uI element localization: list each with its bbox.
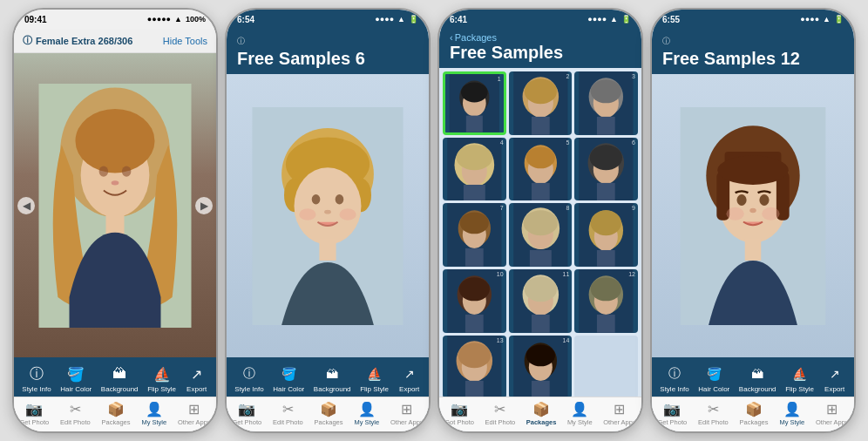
svg-point-44: [526, 146, 554, 168]
export-label-4: Export: [824, 385, 844, 393]
phone3-tab-getphoto[interactable]: 📷 Got Photo: [444, 401, 474, 426]
phone1-tab-mystyle[interactable]: 👤 My Style: [141, 401, 166, 426]
hair-cell-10[interactable]: 10: [443, 269, 506, 333]
phone1-style-info[interactable]: ⓘ Style Info: [22, 364, 51, 393]
status-bar-1: 09:41 ●●●●● ▲ 100%: [14, 10, 216, 29]
phone2-tab-getphoto[interactable]: 📷 Get Photo: [232, 401, 261, 426]
edit-icon-3: ✂: [494, 401, 505, 417]
phone3-tab-editphoto[interactable]: ✂ Edit Photo: [485, 401, 516, 426]
phone2-title: Free Samples 6: [237, 49, 418, 69]
phone2-tab-mystyle[interactable]: 👤 My Style: [354, 401, 379, 426]
phone1-tab-otherapps[interactable]: ⊞ Other Apps: [178, 401, 211, 426]
hair-cell-2[interactable]: 2: [509, 71, 573, 135]
phone3-title: Free Samples: [450, 43, 631, 63]
svg-rect-35: [597, 117, 615, 135]
phone1-header-left: ⓘ Female Extra 268/306: [23, 34, 132, 47]
phone1-background[interactable]: 🏔 Background: [101, 364, 139, 393]
phone2-tab-packages[interactable]: 📦 Packages: [315, 401, 343, 426]
svg-rect-18: [319, 239, 336, 260]
mystyle-icon-1: 👤: [146, 401, 163, 417]
phone4-style-info[interactable]: ⓘ Style Info: [660, 364, 688, 393]
svg-point-64: [591, 211, 621, 236]
phone4-background[interactable]: 🏔 Background: [739, 364, 776, 393]
phone2-tab-otherapps[interactable]: ⊞ Other Apps: [390, 401, 424, 426]
otherapps-icon-2: ⊞: [401, 401, 412, 417]
style-info-label-4: Style Info: [660, 385, 688, 393]
phone4-tab-editphoto[interactable]: ✂ Edit Photo: [698, 401, 729, 426]
phone3-tab-packages[interactable]: 📦 Packages: [526, 401, 557, 426]
phone2-style-info[interactable]: ⓘ Style Info: [234, 364, 263, 393]
phone4-tab-mystyle[interactable]: 👤 My Style: [779, 401, 804, 426]
phone1-tab-editphoto[interactable]: ✂ Edit Photo: [60, 401, 91, 426]
hair-cell-13[interactable]: 13: [443, 336, 506, 397]
phone4-hair-color[interactable]: 🪣 Hair Color: [698, 364, 729, 393]
phone2-export[interactable]: ↗ Export: [398, 364, 421, 393]
svg-point-20: [339, 208, 356, 220]
status-icons-2: ●●●● ▲ 🔋: [375, 15, 418, 24]
camera-icon-3: 📷: [451, 401, 468, 417]
status-time-4: 6:55: [662, 15, 680, 24]
arrow-right-1[interactable]: ▶: [195, 197, 213, 214]
hide-tools-button[interactable]: Hide Tools: [163, 36, 207, 46]
phone1-tab-packages[interactable]: 📦 Packages: [102, 401, 131, 426]
phone1-hair-color[interactable]: 🪣 Hair Color: [60, 364, 92, 393]
wifi-icon-1: ▲: [174, 15, 182, 24]
arrow-left-1[interactable]: ◀: [17, 197, 35, 214]
screenshots-container: 09:41 ●●●●● ▲ 100% ⓘ Female Extra 268/30…: [0, 0, 868, 441]
status-bar-4: 6:55 ●●●● ▲ 🔋: [652, 10, 854, 29]
phone2-hair-color[interactable]: 🪣 Hair Color: [273, 364, 304, 393]
style-info-icon-1: ⓘ: [25, 364, 48, 383]
hair-cell-4[interactable]: 4: [443, 138, 506, 201]
hair-cell-5[interactable]: 5: [509, 138, 573, 201]
background-icon-2: 🏔: [321, 364, 343, 383]
hair-cell-8[interactable]: 8: [509, 203, 573, 267]
phone1-header-label: Female Extra 268/306: [36, 36, 132, 46]
phone4-tab-otherapps[interactable]: ⊞ Other Apps: [816, 401, 849, 426]
phone4-header-info: ⓘ: [662, 36, 844, 47]
phone1-photo-area: ◀ ▶: [14, 53, 216, 357]
cell-number-10: 10: [497, 271, 504, 277]
phone1-flip-style[interactable]: ⛵ Flip Style: [147, 364, 176, 393]
svg-rect-7: [106, 212, 125, 234]
phone2-flip-style[interactable]: ⛵ Flip Style: [360, 364, 389, 393]
phone3-tab-getphoto-label: Got Photo: [444, 418, 474, 426]
svg-point-79: [591, 277, 621, 301]
hair-cell-11[interactable]: 11: [509, 269, 573, 333]
style-info-label-1: Style Info: [22, 385, 51, 393]
hair-cell-7[interactable]: 7: [443, 203, 506, 267]
cell-number-8: 8: [566, 205, 569, 211]
phone1-tab-getphoto[interactable]: 📷 Get Photo: [19, 401, 49, 426]
phone2-tab-editphoto[interactable]: ✂ Edit Photo: [273, 401, 303, 426]
hair-cell-6[interactable]: 6: [574, 138, 638, 201]
edit-icon-4: ✂: [708, 401, 719, 417]
cell-number-2: 2: [566, 73, 569, 79]
svg-point-100: [749, 207, 756, 213]
hair-cell-1[interactable]: 1: [443, 71, 506, 135]
phone4-tab-packages[interactable]: 📦 Packages: [740, 401, 769, 426]
svg-rect-90: [532, 381, 550, 397]
phone2-background[interactable]: 🏔 Background: [314, 364, 351, 393]
hair-cell-14[interactable]: 14: [509, 336, 573, 397]
phone4-tab-getphoto[interactable]: 📷 Get Photo: [657, 401, 687, 426]
mystyle-icon-4: 👤: [783, 401, 801, 417]
phone1-person-image: ◀ ▶: [14, 53, 216, 357]
phone1-tab-otherapps-label: Other Apps: [178, 418, 211, 426]
phone4-hair-svg: [675, 107, 831, 325]
style-info-icon-2: ⓘ: [238, 364, 261, 383]
phone2-header-info: ⓘ: [237, 36, 418, 47]
hair-color-label-1: Hair Color: [60, 385, 92, 393]
phone4-export[interactable]: ↗ Export: [824, 364, 846, 393]
phone3-grid-area[interactable]: 1 2: [439, 68, 641, 397]
info-icon-1: ⓘ: [23, 34, 32, 47]
hair-cell-9[interactable]: 9: [574, 203, 638, 267]
phone3-back-nav[interactable]: ‹ Packages: [450, 32, 631, 43]
hair-cell-3[interactable]: 3: [574, 71, 638, 135]
svg-point-19: [299, 208, 315, 220]
svg-point-59: [523, 211, 557, 236]
phone3-tab-mystyle[interactable]: 👤 My Style: [567, 401, 593, 426]
phone4-flip-style[interactable]: ⛵ Flip Style: [785, 364, 814, 393]
hair-cell-12[interactable]: 12: [574, 269, 638, 333]
phone1-export[interactable]: ↗ Export: [186, 364, 208, 393]
phone2-tab-packages-label: Packages: [315, 418, 343, 426]
phone3-tab-otherapps[interactable]: ⊞ Other Apps: [603, 401, 636, 426]
